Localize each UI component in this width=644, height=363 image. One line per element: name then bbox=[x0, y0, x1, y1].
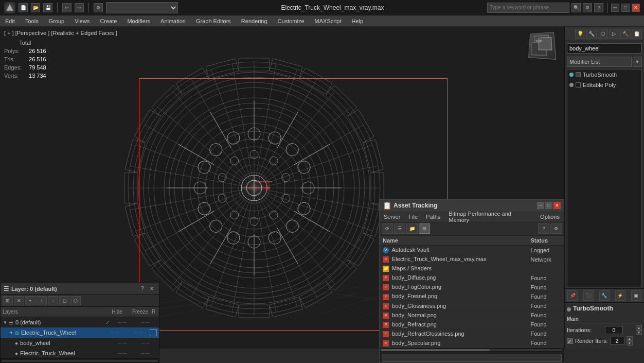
asset-row[interactable]: F body_Refract.png Found bbox=[380, 320, 564, 329]
asset-status-cell: Found bbox=[527, 310, 564, 320]
menu-modifiers[interactable]: Modifiers bbox=[122, 15, 155, 26]
search-options-icon[interactable]: ⚙ bbox=[583, 3, 592, 12]
utilities-panel-icon[interactable]: 🔨 bbox=[620, 29, 631, 39]
layer-row[interactable]: ▼ ⊞ Electric_Truck_Wheel ─ ─ ─ ─ bbox=[1, 327, 159, 338]
search-input[interactable] bbox=[487, 3, 569, 13]
mod-visibility-checkbox[interactable] bbox=[576, 82, 581, 88]
asset-tracking-panel-icon[interactable]: 📋 bbox=[632, 29, 642, 39]
workspace-selector[interactable]: Workspace: Default bbox=[106, 2, 178, 13]
menu-customize[interactable]: Customize bbox=[273, 15, 310, 26]
asset-help-btn[interactable]: ? bbox=[538, 223, 549, 234]
layer-select-icon[interactable]: ◻ bbox=[59, 296, 69, 305]
asset-menu-bitmap-perf[interactable]: Bitmap Performance and Memory bbox=[444, 212, 536, 222]
layer-row[interactable]: ▼ ☰ 0 (default) ✓ ─ ─ ─ ─ bbox=[1, 317, 159, 327]
asset-menu-paths[interactable]: Paths bbox=[422, 212, 444, 222]
layer-help-btn[interactable]: ? bbox=[138, 285, 147, 293]
asset-row[interactable]: F body_Fresnel.png Found bbox=[380, 292, 564, 301]
asset-folder-view-btn[interactable]: 📁 bbox=[406, 223, 418, 234]
menu-animation[interactable]: Animation bbox=[155, 15, 191, 26]
configure-btn[interactable]: ⚡ bbox=[615, 290, 625, 301]
asset-row[interactable]: F body_FogColor.png Found bbox=[380, 283, 564, 292]
asset-col-status[interactable]: Status bbox=[527, 236, 564, 246]
asset-row[interactable]: F body_Glossiness.png Found bbox=[380, 301, 564, 310]
help-icon[interactable]: ? bbox=[594, 3, 603, 12]
svg-line-111 bbox=[257, 287, 385, 318]
close-btn[interactable]: ✕ bbox=[632, 4, 640, 12]
minimize-btn[interactable]: ─ bbox=[611, 4, 619, 12]
asset-minimize-btn[interactable]: ─ bbox=[537, 202, 544, 209]
maximize-btn[interactable]: □ bbox=[621, 4, 630, 12]
menu-tools[interactable]: Tools bbox=[20, 15, 44, 26]
asset-menu-file[interactable]: File bbox=[404, 212, 422, 222]
menu-rendering[interactable]: Rendering bbox=[236, 15, 273, 26]
asset-row[interactable]: 📁 Maps / Shaders bbox=[380, 264, 564, 273]
pin-stack-btn[interactable]: 📌 bbox=[567, 290, 578, 301]
asset-search-input[interactable] bbox=[382, 354, 562, 362]
settings-btn[interactable]: ⚙ bbox=[94, 3, 103, 12]
layer-move-up-icon[interactable]: ↑ bbox=[37, 296, 47, 305]
asset-refresh-btn[interactable]: ⟳ bbox=[382, 223, 393, 234]
menu-group[interactable]: Group bbox=[44, 15, 70, 26]
asset-maximize-btn[interactable]: □ bbox=[545, 202, 552, 209]
asset-row[interactable]: F body_Specular.png Found bbox=[380, 338, 564, 348]
menu-edit[interactable]: Edit bbox=[0, 15, 20, 26]
layer-add-icon[interactable]: ⊞ bbox=[3, 296, 13, 305]
layer-row[interactable]: ● Electric_Truck_Wheel ─ ─ ─ ─ bbox=[1, 348, 159, 358]
menu-maxscript[interactable]: MAXScript bbox=[310, 15, 347, 26]
iterations-up[interactable]: ▲ bbox=[636, 325, 642, 330]
motion-panel-icon[interactable]: ▷ bbox=[609, 29, 619, 39]
asset-row[interactable]: F body_Normal.png Found bbox=[380, 310, 564, 320]
viewcube-box[interactable]: TOP bbox=[528, 32, 556, 60]
modifier-turbosmooth[interactable]: TurboSmooth bbox=[567, 70, 641, 80]
menu-help[interactable]: Help bbox=[347, 15, 369, 26]
asset-scrollbar[interactable] bbox=[380, 348, 564, 352]
layer-merge-icon[interactable]: ⬡ bbox=[70, 296, 81, 305]
layer-scrollbar[interactable] bbox=[1, 358, 159, 362]
layer-expand-btn[interactable]: ▼ bbox=[3, 320, 8, 325]
iterations-down[interactable]: ▼ bbox=[636, 330, 642, 335]
asset-col-name[interactable]: Name bbox=[380, 236, 527, 246]
menu-create[interactable]: Create bbox=[95, 15, 122, 26]
asset-list-view-btn[interactable]: ☰ bbox=[394, 223, 405, 234]
object-name-input[interactable] bbox=[567, 43, 642, 54]
asset-row[interactable]: F body_RefractGlossiness.png Found bbox=[380, 329, 564, 338]
more-btn[interactable]: ▣ bbox=[631, 290, 641, 301]
asset-options-btn[interactable]: ⚙ bbox=[550, 223, 562, 234]
make-unique-btn[interactable]: ⬛ bbox=[583, 290, 594, 301]
layer-sel-checkbox[interactable] bbox=[150, 329, 157, 336]
mod-visibility-checkbox[interactable] bbox=[576, 72, 581, 77]
save-file-btn[interactable]: 💾 bbox=[43, 3, 52, 12]
redo-btn[interactable]: ↪ bbox=[75, 3, 84, 12]
render-iters-input[interactable] bbox=[610, 337, 624, 345]
layer-close-btn[interactable]: ✕ bbox=[148, 285, 156, 293]
viewcube[interactable]: TOP bbox=[528, 32, 559, 63]
display-panel-icon[interactable]: 💡 bbox=[575, 29, 585, 39]
layer-new-icon[interactable]: + bbox=[25, 296, 35, 305]
asset-tree-view-btn[interactable]: ⊞ bbox=[419, 223, 430, 234]
layer-delete-icon[interactable]: ✕ bbox=[14, 296, 24, 305]
modifier-list-dropdown-btn[interactable]: ▼ bbox=[633, 57, 642, 67]
menu-graph-editors[interactable]: Graph Editors bbox=[191, 15, 236, 26]
new-file-btn[interactable]: 📄 bbox=[19, 3, 28, 12]
undo-btn[interactable]: ↩ bbox=[62, 3, 71, 12]
open-file-btn[interactable]: 📂 bbox=[31, 3, 40, 12]
asset-menu-server[interactable]: Server bbox=[380, 212, 404, 222]
modify-panel-icon[interactable]: 🔧 bbox=[586, 29, 597, 39]
render-iters-checkbox[interactable]: ✓ bbox=[567, 338, 573, 344]
modifier-editable-poly[interactable]: Editable Poly bbox=[567, 80, 641, 90]
search-icon[interactable]: 🔍 bbox=[571, 3, 581, 12]
hierarchy-panel-icon[interactable]: ⬡ bbox=[598, 29, 608, 39]
layer-expand-btn[interactable]: ▼ bbox=[9, 330, 14, 335]
render-iters-up[interactable]: ▲ bbox=[627, 336, 633, 341]
menu-views[interactable]: Views bbox=[69, 15, 95, 26]
iterations-input[interactable] bbox=[605, 326, 623, 334]
remove-modifier-btn[interactable]: 🔧 bbox=[599, 290, 610, 301]
layer-move-down-icon[interactable]: ↓ bbox=[48, 296, 58, 305]
asset-row[interactable]: F Electric_Truck_Wheel_max_vray.max Netw… bbox=[380, 255, 564, 264]
asset-row[interactable]: V Autodesk Vault Logged bbox=[380, 245, 564, 254]
asset-menu-options[interactable]: Options bbox=[536, 212, 564, 222]
render-iters-down[interactable]: ▼ bbox=[627, 341, 633, 345]
layer-row[interactable]: ● body_wheel ─ ─ ─ ─ bbox=[1, 338, 159, 348]
asset-row[interactable]: F body_Diffuse.png Found bbox=[380, 273, 564, 283]
asset-close-btn[interactable]: ✕ bbox=[553, 202, 561, 209]
